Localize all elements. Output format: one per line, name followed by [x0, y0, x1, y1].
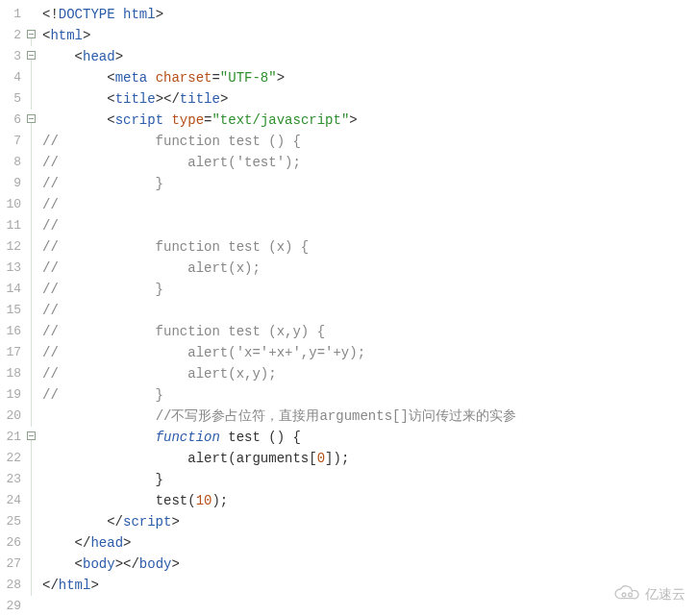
code-line: <head>: [42, 46, 697, 67]
fold-guide: [27, 490, 38, 511]
fold-guide: [27, 363, 38, 384]
line-number: 4: [0, 67, 21, 88]
fold-guide: [27, 300, 38, 321]
token-cn: [42, 408, 156, 424]
code-line: // alert('test');: [42, 152, 697, 173]
fold-guide: [27, 88, 38, 110]
line-number: 20: [0, 406, 21, 427]
token-pun: (: [187, 493, 195, 508]
svg-point-0: [629, 593, 633, 597]
code-line: //: [42, 215, 697, 236]
fold-guide: [27, 532, 38, 554]
code-line: // }: [42, 384, 697, 406]
code-line: // function test () {: [42, 131, 697, 152]
token-pun: >: [123, 535, 131, 551]
fold-toggle-icon[interactable]: [27, 110, 38, 131]
fold-gutter: [27, 0, 38, 616]
token-pun: >: [220, 91, 228, 107]
code-line: //: [42, 194, 697, 215]
token-pun: [42, 451, 187, 466]
token-pun: =: [212, 70, 219, 86]
token-cmt: // alert('x='+x+',y='+y);: [42, 345, 365, 360]
code-line: //不写形参占位符，直接用arguments[]访问传过来的实参: [42, 406, 697, 427]
code-line: //: [42, 300, 697, 321]
line-number: 29: [0, 596, 21, 616]
code-line: // alert('x='+x+',y='+y);: [42, 342, 697, 363]
svg-point-1: [622, 593, 626, 597]
token-tag: head: [90, 535, 123, 551]
code-line: <html>: [42, 25, 697, 46]
line-number: 21: [0, 427, 21, 448]
line-number: 19: [0, 384, 21, 406]
line-number: 25: [0, 511, 21, 532]
fold-guide: [27, 215, 38, 236]
fold-guide: [27, 194, 38, 215]
fold-guide: [27, 321, 38, 342]
token-cmt: // }: [42, 282, 163, 297]
line-number: 18: [0, 363, 21, 384]
token-attr: type: [171, 112, 204, 128]
fold-guide: [27, 554, 38, 575]
code-line: function test () {: [42, 427, 697, 448]
code-line: alert(arguments[0]);: [42, 448, 697, 469]
token-cmt: // alert(x);: [42, 260, 261, 276]
fold-guide: [27, 596, 38, 616]
fold-guide: [27, 448, 38, 469]
token-tag: head: [83, 49, 115, 64]
token-pun: () {: [261, 430, 301, 445]
token-pun: <: [42, 49, 83, 64]
fold-toggle-icon[interactable]: [27, 46, 38, 67]
line-number: 17: [0, 342, 21, 363]
fold-toggle-icon[interactable]: [27, 427, 38, 448]
code-line: <script type="text/javascript">: [42, 110, 697, 131]
line-number: 12: [0, 236, 21, 258]
token-pun: [: [309, 451, 316, 466]
line-number: 26: [0, 532, 21, 554]
fold-guide: [27, 258, 38, 279]
code-editor: 1234567891011121314151617181920212223242…: [0, 0, 697, 616]
token-cmt: //: [42, 197, 59, 212]
token-tag: body: [83, 556, 115, 572]
watermark-text: 亿速云: [645, 586, 685, 604]
line-number: 5: [0, 88, 21, 110]
line-number: 13: [0, 258, 21, 279]
fold-guide: [27, 152, 38, 173]
token-tag: html: [50, 28, 83, 43]
token-pun: <!: [42, 7, 59, 22]
line-number: 10: [0, 194, 21, 215]
token-pun: <: [42, 556, 83, 572]
fold-toggle-icon[interactable]: [27, 25, 38, 46]
cloud-icon: [610, 582, 639, 606]
token-num: 10: [196, 493, 212, 508]
token-tag: meta: [115, 70, 148, 86]
line-number: 24: [0, 490, 21, 511]
code-line: test(10);: [42, 490, 697, 511]
fold-guide: [27, 173, 38, 194]
code-line: <meta charset="UTF-8">: [42, 67, 697, 88]
line-number: 2: [0, 25, 21, 46]
token-pun: >: [115, 49, 123, 64]
token-cmt: // alert('test');: [42, 155, 301, 170]
token-cmt: // function test (x,y) {: [42, 324, 325, 339]
token-pun: ></: [156, 91, 180, 107]
token-attr: charset: [156, 70, 212, 86]
token-tag: title: [180, 91, 220, 107]
token-fn: test: [228, 430, 261, 445]
code-line: [42, 596, 697, 616]
token-tag: html: [59, 578, 91, 593]
token-tag: DOCTYPE html: [59, 7, 156, 22]
token-kw: function: [156, 430, 220, 445]
line-number: 6: [0, 110, 21, 131]
line-number: 22: [0, 448, 21, 469]
fold-guide: [27, 342, 38, 363]
token-fn: arguments: [236, 451, 310, 466]
code-line: // }: [42, 279, 697, 300]
token-pun: [42, 430, 156, 445]
line-number: 23: [0, 469, 21, 490]
token-pun: >: [349, 112, 357, 128]
code-area: <!DOCTYPE html><html> <head> <meta chars…: [38, 0, 697, 616]
token-pun: ]);: [325, 451, 349, 466]
token-cmt: //: [42, 218, 59, 234]
fold-guide: [27, 511, 38, 532]
token-pun: >: [156, 7, 163, 22]
